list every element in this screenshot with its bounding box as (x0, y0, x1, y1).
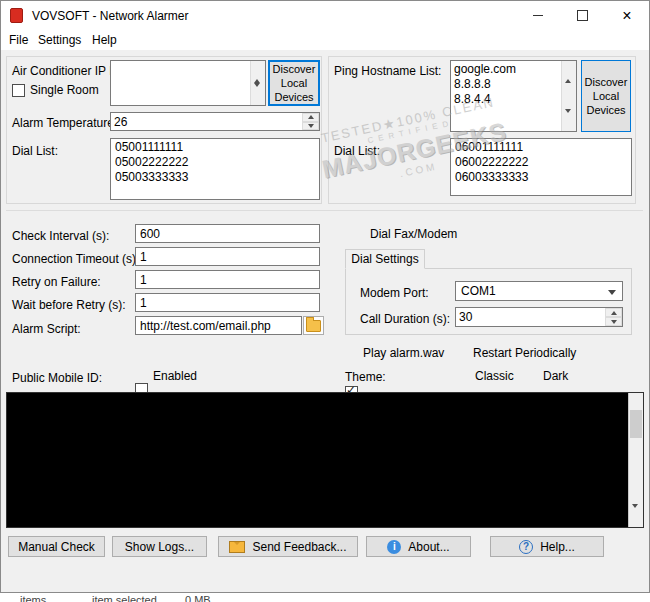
envelope-icon (229, 541, 245, 553)
about-label: About... (408, 540, 449, 554)
dial-settings-tab[interactable]: Dial Settings (345, 249, 425, 269)
send-feedback-button[interactable]: Send Feedback... (218, 536, 358, 557)
single-room-checkbox[interactable] (12, 84, 25, 97)
ip-list-textarea[interactable] (111, 61, 249, 105)
retry-on-failure-label: Retry on Failure: (12, 275, 101, 289)
minimize-icon (533, 15, 543, 16)
log-console[interactable] (6, 392, 644, 528)
maximize-button[interactable] (560, 1, 605, 30)
restart-periodically-label: Restart Periodically (473, 346, 576, 360)
single-room-label: Single Room (30, 83, 99, 97)
step-up-icon[interactable] (605, 308, 622, 317)
menu-item-settings[interactable]: Settings (38, 33, 81, 47)
dial-fax-modem-label: Dial Fax/Modem (370, 227, 457, 241)
call-duration-field[interactable] (455, 307, 623, 327)
app-icon (10, 8, 23, 23)
public-mobile-id-label: Public Mobile ID: (12, 371, 102, 385)
play-alarm-label: Play alarm.wav (363, 346, 444, 360)
call-duration-stepper[interactable] (605, 308, 622, 326)
theme-dark-label: Dark (543, 369, 568, 383)
connection-timeout-label: Connection Timeout (s): (12, 252, 139, 266)
step-down-icon[interactable] (605, 317, 622, 326)
discover-local-devices-right-button[interactable]: Discover Local Devices (581, 60, 631, 132)
wait-before-retry-label: Wait before Retry (s): (12, 298, 126, 312)
dial-list-right-textarea[interactable]: 06001111111 06002222222 06003333333 (450, 138, 632, 196)
chevron-down-icon[interactable] (608, 290, 616, 295)
connection-timeout-input[interactable] (135, 247, 320, 266)
theme-classic-label: Classic (475, 369, 514, 383)
check-interval-label: Check Interval (s): (12, 229, 109, 243)
modem-port-label: Modem Port: (360, 286, 429, 300)
status-selected-text: item selected (92, 594, 157, 602)
alarm-temperature-stepper[interactable] (302, 113, 319, 130)
ip-list-box[interactable] (110, 60, 266, 106)
scroll-down-icon[interactable] (254, 87, 260, 101)
retry-on-failure-input[interactable] (135, 270, 320, 289)
status-size-text: 0 MB (185, 594, 211, 602)
alarm-temperature-field[interactable] (110, 112, 320, 131)
maximize-icon (577, 10, 588, 21)
alarm-script-browse-button[interactable] (303, 316, 324, 335)
minimize-button[interactable] (515, 1, 560, 30)
send-feedback-label: Send Feedback... (252, 540, 346, 554)
step-down-icon[interactable] (302, 122, 319, 131)
scroll-down-icon[interactable] (565, 113, 571, 127)
call-duration-label: Call Duration (s): (360, 312, 450, 326)
discover-local-devices-left-button[interactable]: Discover Local Devices (268, 60, 320, 106)
info-icon (387, 540, 401, 554)
ping-list-scrollbar[interactable] (561, 61, 576, 131)
alarm-temperature-input[interactable] (111, 113, 301, 130)
menu-item-file[interactable]: File (9, 33, 28, 47)
enabled-label: Enabled (153, 369, 197, 383)
scroll-up-icon[interactable] (565, 65, 571, 79)
menu-item-help[interactable]: Help (92, 33, 117, 47)
window-title: VOVSOFT - Network Alarmer (32, 9, 188, 23)
call-duration-input[interactable] (456, 308, 604, 326)
middle-divider (6, 210, 643, 211)
ip-list-scrollbar[interactable] (250, 61, 265, 105)
close-button[interactable] (605, 1, 649, 30)
modem-port-value: COM1 (461, 284, 496, 298)
scroll-up-icon[interactable] (254, 65, 260, 79)
dial-list-left-textarea[interactable]: 05001111111 05002222222 05003333333 (110, 138, 320, 200)
ping-hostname-label: Ping Hostname List: (334, 64, 441, 78)
help-button[interactable]: Help... (490, 536, 604, 557)
close-icon (622, 8, 631, 24)
about-button[interactable]: About... (366, 536, 471, 557)
status-items-text: items (20, 594, 46, 602)
ping-list-box[interactable]: google.com 8.8.8.8 8.8.4.4 (450, 60, 577, 132)
scroll-thumb[interactable] (630, 410, 642, 438)
help-label: Help... (540, 540, 575, 554)
alarm-script-input[interactable] (135, 316, 302, 335)
help-icon (519, 540, 533, 554)
show-logs-button[interactable]: Show Logs... (112, 536, 207, 557)
alarm-script-label: Alarm Script: (12, 322, 81, 336)
wait-before-retry-input[interactable] (135, 293, 320, 312)
manual-check-button[interactable]: Manual Check (8, 536, 105, 557)
log-console-scrollbar[interactable] (628, 393, 643, 527)
dial-list-right-label: Dial List: (334, 144, 380, 158)
step-up-icon[interactable] (302, 113, 319, 122)
dial-list-left-label: Dial List: (12, 144, 58, 158)
modem-port-combobox[interactable]: COM1 (455, 281, 623, 301)
folder-icon (306, 320, 321, 332)
scroll-down-icon[interactable] (632, 508, 638, 522)
check-interval-input[interactable] (135, 224, 320, 243)
theme-label: Theme: (345, 370, 386, 384)
ping-list-textarea[interactable]: google.com 8.8.8.8 8.8.4.4 (451, 61, 560, 131)
